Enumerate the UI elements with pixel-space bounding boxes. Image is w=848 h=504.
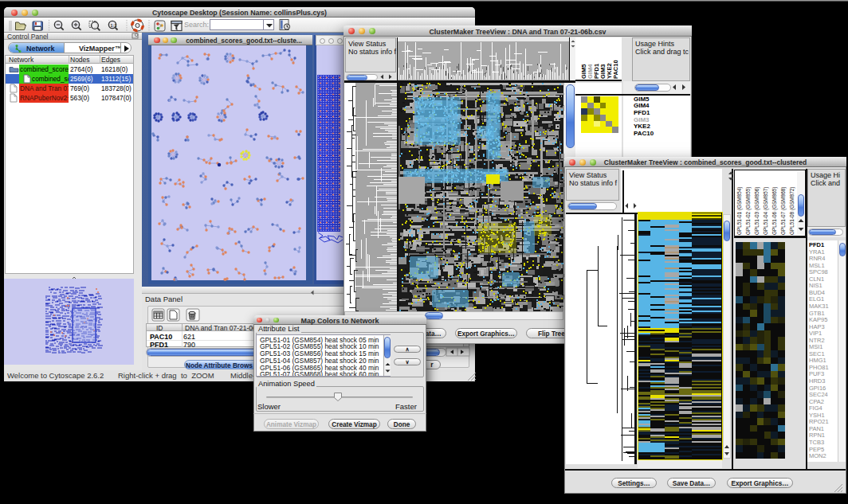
svg-text:GPL51-06 (GSM865): GPL51-06 (GSM865)	[771, 187, 778, 235]
svg-text:GPL51-03 (GSM856): GPL51-03 (GSM856)	[754, 187, 760, 235]
svg-text:GPL51-04 (GSM857): GPL51-04 (GSM857)	[763, 187, 769, 235]
svg-text:GPL51-02 (GSM855): GPL51-02 (GSM855)	[745, 187, 752, 235]
svg-text:PAC10: PAC10	[612, 60, 619, 79]
svg-text:GPL51-07 (GSM868): GPL51-07 (GSM868)	[780, 187, 787, 235]
svg-text:GPL51-08 (GSM872): GPL51-08 (GSM872)	[789, 187, 795, 235]
svg-text:1:1: 1:1	[111, 23, 117, 28]
svg-text:GPL51-01 (GSM854): GPL51-01 (GSM854)	[736, 187, 743, 235]
